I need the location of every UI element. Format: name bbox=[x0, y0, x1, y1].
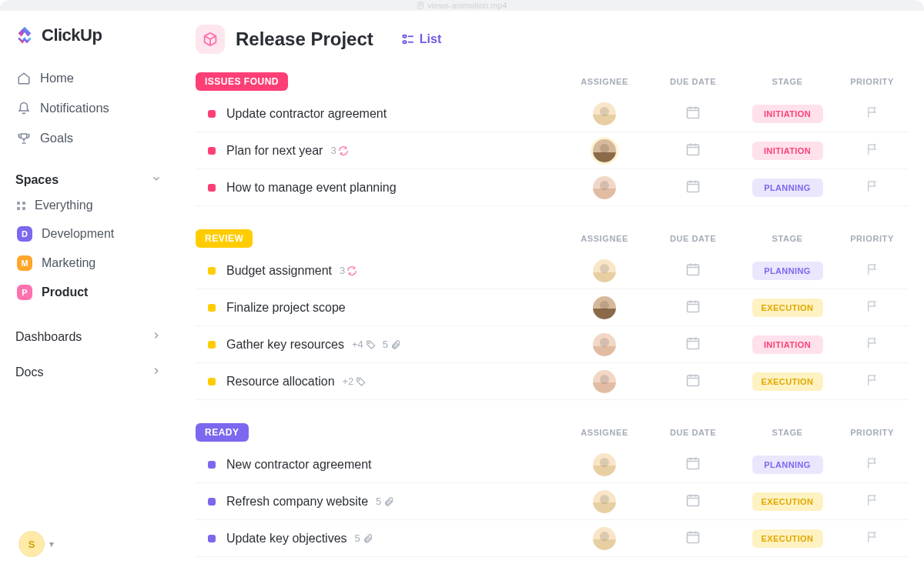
sidebar-item-label: Dashboards bbox=[15, 330, 82, 344]
spaces-header[interactable]: Spaces bbox=[11, 165, 168, 192]
nav-goals[interactable]: Goals bbox=[11, 123, 168, 153]
task-status-square[interactable] bbox=[208, 535, 216, 542]
due-date-cell[interactable] bbox=[647, 299, 739, 317]
assignee-cell[interactable] bbox=[562, 296, 647, 319]
task-status-square[interactable] bbox=[208, 461, 216, 469]
avatar bbox=[593, 259, 616, 282]
priority-cell[interactable] bbox=[835, 456, 909, 473]
stage-badge: EXECUTION bbox=[752, 372, 823, 391]
priority-cell[interactable] bbox=[835, 142, 909, 159]
main-content: Release Project List ISSUES FOUND ASSIGN… bbox=[179, 11, 924, 574]
status-pill[interactable]: READY bbox=[196, 423, 249, 442]
stage-cell[interactable]: PLANNING bbox=[739, 179, 835, 197]
sidebar-dashboards[interactable]: Dashboards bbox=[11, 319, 168, 355]
flag-icon bbox=[865, 142, 879, 159]
task-status-square[interactable] bbox=[208, 304, 216, 312]
priority-cell[interactable] bbox=[835, 530, 909, 547]
due-date-cell[interactable] bbox=[647, 105, 739, 123]
svg-rect-4 bbox=[688, 145, 699, 155]
task-status-square[interactable] bbox=[208, 184, 216, 192]
assignee-cell[interactable] bbox=[562, 370, 647, 393]
sidebar-space-marketing[interactable]: MMarketing bbox=[11, 249, 168, 278]
due-date-cell[interactable] bbox=[647, 335, 739, 354]
col-stage-header: STAGE bbox=[739, 428, 835, 437]
stage-cell[interactable]: INITIATION bbox=[739, 105, 835, 123]
assignee-cell[interactable] bbox=[562, 527, 647, 550]
assignee-cell[interactable] bbox=[562, 333, 647, 356]
assignee-cell[interactable] bbox=[562, 490, 647, 513]
due-date-cell[interactable] bbox=[647, 179, 739, 197]
task-status-square[interactable] bbox=[208, 110, 216, 118]
priority-cell[interactable] bbox=[835, 373, 909, 390]
svg-point-8 bbox=[369, 342, 370, 343]
task-status-square[interactable] bbox=[208, 147, 216, 155]
task-title: How to manage event planning bbox=[226, 181, 397, 195]
assignee-cell[interactable] bbox=[562, 139, 647, 162]
stage-cell[interactable]: EXECUTION bbox=[739, 299, 835, 317]
assignee-cell[interactable] bbox=[562, 176, 647, 199]
task-status-square[interactable] bbox=[208, 498, 216, 506]
nav-notifications[interactable]: Notifications bbox=[11, 93, 168, 123]
stage-cell[interactable]: EXECUTION bbox=[739, 529, 835, 548]
priority-cell[interactable] bbox=[835, 105, 909, 122]
nav-label: Goals bbox=[40, 131, 73, 145]
task-row[interactable]: Resource allocation +2 EXECUTION bbox=[196, 363, 909, 400]
task-row[interactable]: New contractor agreement PLANNING bbox=[196, 446, 909, 483]
priority-cell[interactable] bbox=[835, 493, 909, 510]
due-date-cell[interactable] bbox=[647, 372, 739, 391]
stage-cell[interactable]: INITIATION bbox=[739, 142, 835, 160]
project-icon[interactable] bbox=[196, 25, 225, 54]
stage-cell[interactable]: EXECUTION bbox=[739, 372, 835, 391]
task-status-square[interactable] bbox=[208, 267, 216, 275]
sidebar-docs[interactable]: Docs bbox=[11, 355, 168, 390]
recurring-badge: 3 bbox=[330, 145, 348, 156]
task-row[interactable]: Plan for next year 3 INITIATION bbox=[196, 132, 909, 169]
user-menu[interactable]: S ▾ bbox=[18, 531, 54, 557]
sidebar-space-product[interactable]: PProduct bbox=[11, 278, 168, 307]
task-row[interactable]: Refresh company website 5 EXECUTION bbox=[196, 483, 909, 520]
due-date-cell[interactable] bbox=[647, 142, 739, 160]
sidebar-space-development[interactable]: DDevelopment bbox=[11, 219, 168, 249]
task-row[interactable]: Update contractor agreement INITIATION bbox=[196, 95, 909, 132]
avatar bbox=[593, 333, 616, 356]
stage-cell[interactable]: INITIATION bbox=[739, 335, 835, 354]
stage-cell[interactable]: PLANNING bbox=[739, 456, 835, 474]
task-status-square[interactable] bbox=[208, 378, 216, 385]
task-row[interactable]: Gather key resources +4 5 INITIATION bbox=[196, 326, 909, 363]
flag-icon bbox=[865, 299, 879, 316]
attachments-count: 5 bbox=[355, 532, 373, 544]
col-due-header: DUE DATE bbox=[647, 234, 739, 243]
task-title: Resource allocation bbox=[226, 375, 335, 389]
task-status-square[interactable] bbox=[208, 341, 216, 349]
stage-cell[interactable]: PLANNING bbox=[739, 262, 835, 280]
due-date-cell[interactable] bbox=[647, 262, 739, 280]
assignee-cell[interactable] bbox=[562, 259, 647, 282]
column-headers: ASSIGNEE DUE DATE STAGE PRIORITY bbox=[562, 428, 909, 437]
flag-icon bbox=[865, 493, 879, 510]
avatar bbox=[593, 453, 616, 476]
priority-cell[interactable] bbox=[835, 299, 909, 316]
task-row[interactable]: Finalize project scope EXECUTION bbox=[196, 289, 909, 326]
task-row[interactable]: Update key objectives 5 EXECUTION bbox=[196, 520, 909, 557]
nav-home[interactable]: Home bbox=[11, 63, 168, 93]
status-pill[interactable]: REVIEW bbox=[196, 229, 253, 248]
task-row[interactable]: How to manage event planning PLANNING bbox=[196, 169, 909, 206]
due-date-cell[interactable] bbox=[647, 456, 739, 474]
priority-cell[interactable] bbox=[835, 262, 909, 279]
priority-cell[interactable] bbox=[835, 179, 909, 196]
stage-cell[interactable]: EXECUTION bbox=[739, 492, 835, 511]
status-pill[interactable]: ISSUES FOUND bbox=[196, 72, 288, 91]
due-date-cell[interactable] bbox=[647, 529, 739, 548]
priority-cell[interactable] bbox=[835, 336, 909, 353]
due-date-cell[interactable] bbox=[647, 492, 739, 511]
trophy-icon bbox=[17, 132, 31, 145]
assignee-cell[interactable] bbox=[562, 102, 647, 125]
assignee-cell[interactable] bbox=[562, 453, 647, 476]
task-row[interactable]: Budget assignment 3 PLANNING bbox=[196, 252, 909, 289]
app-logo[interactable]: ClickUp bbox=[14, 25, 168, 46]
col-priority-header: PRIORITY bbox=[835, 77, 909, 86]
view-selector-list[interactable]: List bbox=[393, 28, 449, 51]
svg-rect-1 bbox=[403, 35, 407, 38]
flag-icon bbox=[865, 530, 879, 547]
sidebar-item-everything[interactable]: Everything bbox=[11, 192, 168, 219]
